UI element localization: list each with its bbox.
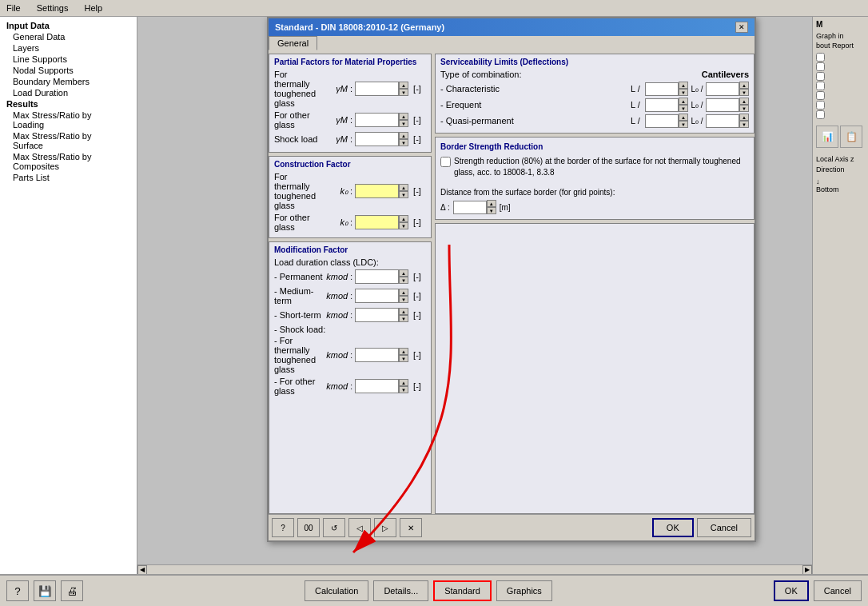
toolbar-prev-btn[interactable]: ◁ bbox=[348, 518, 371, 537]
details-button[interactable]: Details... bbox=[373, 580, 428, 601]
svc-l-input-2[interactable]: 100 bbox=[645, 98, 679, 112]
delta-spin-down[interactable]: ▼ bbox=[487, 207, 496, 214]
sidebar-item-max-stress-composites[interactable]: Max Stress/Ratio by Composites bbox=[0, 151, 137, 172]
bottom-icon-btn-2[interactable]: 💾 bbox=[34, 580, 56, 601]
svc-l-spinner-1[interactable]: 100 ▲ ▼ bbox=[645, 82, 688, 96]
pf-spin-down-3[interactable]: ▼ bbox=[399, 139, 408, 146]
pf-spin-up-1[interactable]: ▲ bbox=[399, 82, 408, 89]
right-icon-btn-2[interactable]: 📋 bbox=[840, 126, 862, 148]
standard-button[interactable]: Standard bbox=[433, 580, 492, 601]
svc-lc-input-3[interactable]: 50 bbox=[706, 114, 739, 128]
svc-lc-up-2[interactable]: ▲ bbox=[739, 98, 749, 105]
calculation-button[interactable]: Calculation bbox=[305, 580, 368, 601]
svc-lc-input-1[interactable]: 50 bbox=[706, 82, 739, 96]
svc-l-spinner-3[interactable]: 100 ▲ ▼ bbox=[645, 114, 688, 128]
settings-menu[interactable]: Settings bbox=[34, 2, 72, 14]
svc-l-up-3[interactable]: ▲ bbox=[679, 114, 688, 121]
pf-spin-down-1[interactable]: ▼ bbox=[399, 89, 408, 96]
tab-general[interactable]: General bbox=[269, 36, 317, 50]
pf-input-2[interactable]: 1.80 bbox=[355, 113, 399, 127]
modal-cancel-button[interactable]: Cancel bbox=[697, 518, 751, 537]
bottom-icon-btn-1[interactable]: ? bbox=[6, 580, 29, 601]
cf-input-2[interactable]: 1.80 bbox=[355, 215, 399, 229]
sidebar-item-nodal-supports[interactable]: Nodal Supports bbox=[0, 65, 137, 76]
toolbar-reset-btn[interactable]: 00 bbox=[297, 518, 320, 537]
horizontal-scrollbar[interactable]: ◀ ▶ bbox=[137, 564, 812, 574]
svc-l-down-2[interactable]: ▼ bbox=[679, 105, 688, 112]
svc-l-input-1[interactable]: 100 bbox=[645, 82, 679, 96]
mf-shock-spin-down-1[interactable]: ▼ bbox=[399, 355, 408, 362]
checkbox-7[interactable] bbox=[816, 110, 825, 119]
svc-l-spinner-2[interactable]: 100 ▲ ▼ bbox=[645, 98, 688, 112]
bottom-cancel-button[interactable]: Cancel bbox=[814, 580, 862, 601]
cf-spinner-1[interactable]: 1.00 ▲ ▼ bbox=[355, 184, 408, 198]
border-strength-checkbox[interactable] bbox=[440, 157, 451, 167]
bottom-icon-btn-3[interactable]: 🖨 bbox=[61, 580, 83, 601]
svc-l-input-3[interactable]: 100 bbox=[645, 114, 679, 128]
scroll-track[interactable] bbox=[147, 566, 802, 574]
sidebar-item-max-stress-loading[interactable]: Max Stress/Ratio by Loading bbox=[0, 110, 137, 130]
mf-spinner-2[interactable]: 0.40 ▲ ▼ bbox=[355, 289, 408, 303]
right-icon-btn-1[interactable]: 📊 bbox=[816, 126, 838, 148]
help-menu[interactable]: Help bbox=[81, 2, 106, 14]
scroll-left-btn[interactable]: ◀ bbox=[137, 565, 147, 575]
sidebar-item-boundary-members[interactable]: Boundary Members bbox=[0, 76, 137, 87]
scroll-right-btn[interactable]: ▶ bbox=[802, 565, 812, 575]
svc-l-up-2[interactable]: ▲ bbox=[679, 98, 688, 105]
mf-spin-down-2[interactable]: ▼ bbox=[399, 296, 408, 303]
mf-input-1[interactable]: 0.25 bbox=[355, 269, 399, 284]
pf-spin-down-2[interactable]: ▼ bbox=[399, 120, 408, 127]
sidebar-item-parts-list[interactable]: Parts List bbox=[0, 172, 137, 183]
checkbox-5[interactable] bbox=[816, 91, 825, 100]
mf-shock-input-2[interactable]: 1.80 bbox=[355, 379, 399, 393]
mf-shock-spin-up-2[interactable]: ▲ bbox=[399, 379, 408, 386]
checkbox-4[interactable] bbox=[816, 82, 825, 90]
svc-lc-spinner-2[interactable]: 50 ▲ ▼ bbox=[706, 98, 749, 112]
bottom-ok-button[interactable]: OK bbox=[774, 580, 809, 601]
checkbox-1[interactable] bbox=[816, 53, 825, 62]
toolbar-delete-btn[interactable]: ✕ bbox=[400, 518, 422, 537]
mf-shock-spin-down-2[interactable]: ▼ bbox=[399, 386, 408, 393]
checkbox-3[interactable] bbox=[816, 72, 825, 81]
cf-spinner-2[interactable]: 1.80 ▲ ▼ bbox=[355, 215, 408, 229]
mf-shock-spinner-1[interactable]: 1.40 ▲ ▼ bbox=[355, 348, 408, 362]
mf-shock-spin-up-1[interactable]: ▲ bbox=[399, 348, 408, 355]
pf-spinner-3[interactable]: 1.00 ▲ ▼ bbox=[355, 132, 408, 146]
delta-spin-up[interactable]: ▲ bbox=[487, 200, 496, 207]
mf-spin-up-3[interactable]: ▲ bbox=[399, 308, 408, 315]
cf-spin-up-1[interactable]: ▲ bbox=[399, 184, 408, 191]
sidebar-item-max-stress-surface[interactable]: Max Stress/Ratio by Surface bbox=[0, 130, 137, 151]
pf-input-3[interactable]: 1.00 bbox=[355, 132, 399, 146]
mf-input-2[interactable]: 0.40 bbox=[355, 289, 399, 303]
sidebar-item-load-duration[interactable]: Load Duration bbox=[0, 87, 137, 98]
svc-lc-up-3[interactable]: ▲ bbox=[739, 114, 749, 121]
svc-l-down-3[interactable]: ▼ bbox=[679, 121, 688, 128]
toolbar-help-btn[interactable]: ? bbox=[272, 518, 294, 537]
toolbar-undo-btn[interactable]: ↺ bbox=[323, 518, 345, 537]
svc-lc-down-3[interactable]: ▼ bbox=[739, 121, 749, 128]
svc-lc-input-2[interactable]: 50 bbox=[706, 98, 739, 112]
svc-lc-down-2[interactable]: ▼ bbox=[739, 105, 749, 112]
sidebar-item-general-data[interactable]: General Data bbox=[0, 31, 137, 42]
pf-spin-up-3[interactable]: ▲ bbox=[399, 132, 408, 139]
sidebar-item-line-supports[interactable]: Line Supports bbox=[0, 54, 137, 65]
mf-spin-up-1[interactable]: ▲ bbox=[399, 269, 408, 277]
cf-input-1[interactable]: 1.00 bbox=[355, 184, 399, 198]
mf-shock-input-1[interactable]: 1.40 bbox=[355, 348, 399, 362]
cf-spin-up-2[interactable]: ▲ bbox=[399, 215, 408, 222]
pf-spinner-2[interactable]: 1.80 ▲ ▼ bbox=[355, 113, 408, 127]
mf-shock-spinner-2[interactable]: 1.80 ▲ ▼ bbox=[355, 379, 408, 393]
cf-spin-down-2[interactable]: ▼ bbox=[399, 222, 408, 229]
file-menu[interactable]: File bbox=[3, 2, 24, 14]
mf-spinner-3[interactable]: 0.70 ▲ ▼ bbox=[355, 308, 408, 322]
graphics-button[interactable]: Graphics bbox=[496, 580, 552, 601]
checkbox-2[interactable] bbox=[816, 62, 825, 71]
cf-spin-down-1[interactable]: ▼ bbox=[399, 191, 408, 198]
svc-lc-spinner-3[interactable]: 50 ▲ ▼ bbox=[706, 114, 749, 128]
svc-l-down-1[interactable]: ▼ bbox=[679, 89, 688, 96]
pf-input-1[interactable]: 1.50 bbox=[355, 82, 399, 96]
mf-spin-down-3[interactable]: ▼ bbox=[399, 315, 408, 322]
mf-spinner-1[interactable]: 0.25 ▲ ▼ bbox=[355, 269, 408, 284]
svc-lc-up-1[interactable]: ▲ bbox=[739, 82, 749, 89]
svc-l-up-1[interactable]: ▲ bbox=[679, 82, 688, 89]
